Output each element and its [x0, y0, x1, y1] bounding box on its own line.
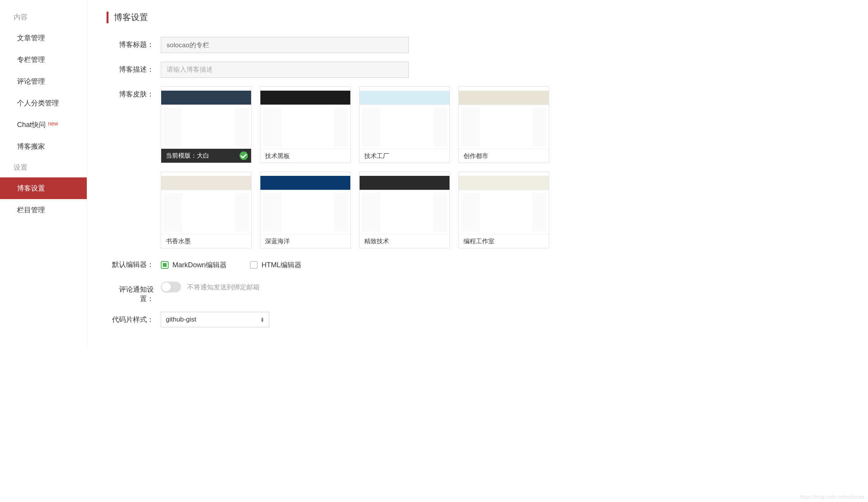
main-content: 博客设置 博客标题： 博客描述： 博客皮肤： 当前模版：大白技术黑板技术工厂创作…: [87, 0, 566, 347]
editor-radio-option[interactable]: HTML编辑器: [250, 260, 301, 270]
skin-card[interactable]: 创作都市: [458, 86, 549, 163]
skin-caption: 精致技术: [360, 234, 450, 248]
sidebar-item[interactable]: 文章管理: [0, 27, 87, 49]
notify-text: 不将通知发送到绑定邮箱: [187, 283, 260, 292]
skin-card[interactable]: 精致技术: [359, 172, 450, 248]
blog-title-input[interactable]: [161, 37, 409, 53]
notify-label: 评论通知设置：: [107, 282, 161, 303]
skin-caption: 书香水墨: [161, 234, 251, 248]
blog-skin-label: 博客皮肤：: [107, 86, 161, 99]
skin-caption: 技术工厂: [360, 149, 450, 163]
sidebar-item[interactable]: Chat快问new: [0, 114, 87, 136]
blog-desc-input[interactable]: [161, 62, 409, 78]
sidebar-section-content: 内容: [0, 7, 87, 27]
radio-box-icon: [161, 261, 169, 269]
sidebar-section-settings: 设置: [0, 157, 87, 177]
skin-card[interactable]: 当前模版：大白: [161, 86, 251, 163]
check-icon: [239, 151, 248, 160]
skin-thumbnail: [161, 87, 251, 149]
code-style-select[interactable]: github-gist ▲▼: [161, 312, 269, 327]
editor-option-label: MarkDown编辑器: [172, 260, 227, 270]
editor-label: 默认编辑器：: [107, 257, 161, 269]
page-title: 博客设置: [107, 12, 564, 23]
editor-radio-group: MarkDown编辑器HTML编辑器: [161, 257, 564, 273]
radio-box-icon: [250, 261, 258, 269]
skin-thumbnail: [459, 172, 549, 234]
skin-caption: 编程工作室: [459, 234, 549, 248]
blog-title-label: 博客标题：: [107, 37, 161, 49]
sidebar-item[interactable]: 博客搬家: [0, 136, 87, 157]
skin-thumbnail: [360, 172, 450, 234]
skin-thumbnail: [360, 87, 450, 149]
skin-card[interactable]: 技术工厂: [359, 86, 450, 163]
skin-caption: 创作都市: [459, 149, 549, 163]
skin-caption: 当前模版：大白: [161, 149, 251, 163]
code-style-value: github-gist: [166, 316, 196, 323]
skin-card[interactable]: 编程工作室: [458, 172, 549, 248]
skin-thumbnail: [161, 172, 251, 234]
sidebar-item[interactable]: 专栏管理: [0, 49, 87, 70]
sidebar-item[interactable]: 个人分类管理: [0, 92, 87, 114]
sidebar-item[interactable]: 评论管理: [0, 70, 87, 92]
skin-caption: 技术黑板: [260, 149, 350, 163]
editor-radio-option[interactable]: MarkDown编辑器: [161, 260, 227, 270]
skin-thumbnail: [260, 87, 350, 149]
code-style-label: 代码片样式：: [107, 312, 161, 324]
sidebar-item[interactable]: 博客设置: [0, 177, 87, 199]
blog-desc-label: 博客描述：: [107, 62, 161, 74]
sidebar: 内容 文章管理专栏管理评论管理个人分类管理Chat快问new博客搬家 设置 博客…: [0, 0, 87, 347]
skin-thumbnail: [260, 172, 350, 234]
skin-caption: 深蓝海洋: [260, 234, 350, 248]
new-badge: new: [48, 120, 58, 127]
editor-option-label: HTML编辑器: [262, 260, 301, 270]
notify-toggle[interactable]: [161, 282, 181, 292]
skin-card[interactable]: 深蓝海洋: [260, 172, 351, 248]
skin-thumbnail: [459, 87, 549, 149]
select-arrows-icon: ▲▼: [260, 317, 264, 322]
skin-card[interactable]: 技术黑板: [260, 86, 351, 163]
skin-grid: 当前模版：大白技术黑板技术工厂创作都市书香水墨深蓝海洋精致技术编程工作室: [161, 86, 564, 248]
skin-card[interactable]: 书香水墨: [161, 172, 251, 248]
sidebar-item[interactable]: 栏目管理: [0, 199, 87, 221]
